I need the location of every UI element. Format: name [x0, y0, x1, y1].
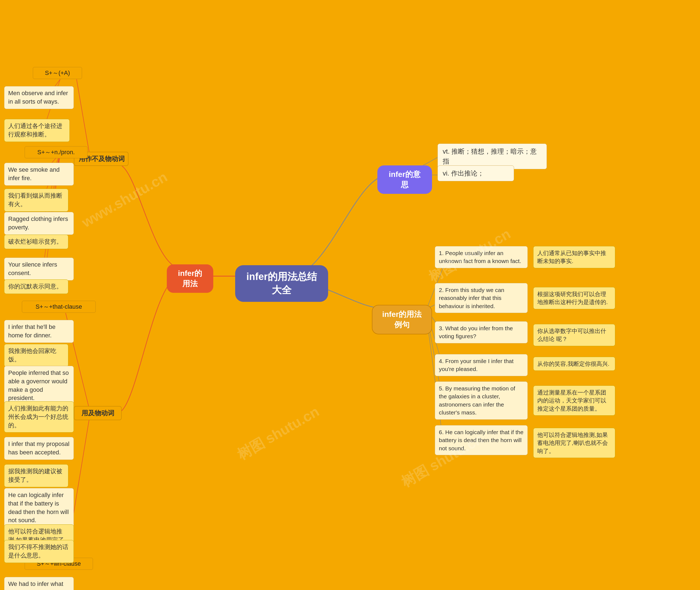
cn-smoke: 我们看到烟从而推断有火。: [4, 189, 68, 212]
pattern-s-n: S+～+n./pron.: [25, 146, 88, 158]
pattern-that: S+～+that-clause: [22, 301, 96, 313]
en-what: We had to infer what she meant.: [4, 577, 74, 590]
ex4-en: 4. From your smile I infer that you're p…: [435, 354, 528, 376]
en-ragged: Ragged clothing infers poverty.: [4, 212, 74, 235]
ex3-cn: 你从选举数字中可以推出什么结论 呢？: [533, 324, 615, 346]
en-proposal: I infer that my proposal has been accept…: [4, 437, 74, 460]
en-battery-t: He can logically infer that if the batte…: [4, 488, 74, 528]
def-vi: vi. 作出推论；: [437, 166, 514, 181]
en-home: I infer that he'll be home for dinner.: [4, 320, 74, 343]
ex6-en: 6. He can logically infer that if the ba…: [435, 425, 528, 455]
watermark-1: www.shutu.cn: [79, 169, 170, 230]
yifa-node: infer的用法: [167, 264, 213, 293]
ex6-cn: 他可以符合逻辑地推测,如果蓄电池用完了,喇叭也就不会响了。: [533, 428, 615, 458]
en-silence: Your silence infers consent.: [4, 258, 74, 281]
en-smoke: We see smoke and infer fire.: [4, 163, 74, 186]
cn-men-observe: 人们通过各个途径进行观察和推断。: [4, 119, 70, 142]
ex5-cn: 通过测量星系在一个星系团内的运动，天文学家们可以推定这个星系团的质量。: [533, 386, 615, 415]
ex1-cn: 人们通常从已知的事实中推断未知的事实.: [533, 246, 615, 268]
section-transitive: 用及物动词: [74, 406, 122, 420]
central-node: infer的用法总结大全: [235, 265, 328, 302]
ex5-en: 5. By measuring the motion of the galaxi…: [435, 381, 528, 420]
pattern-s-a: S+～(+A): [33, 67, 82, 79]
watermark-2: 树图 shutu.cn: [234, 402, 323, 465]
cn-proposal: 据我推测我的建议被接受了。: [4, 464, 68, 487]
ex4-cn: 从你的笑容,我断定你很高兴.: [533, 357, 615, 371]
cn-ragged: 破衣烂衫暗示贫穷。: [4, 234, 68, 249]
ex2-en: 2. From this study we can reasonably inf…: [435, 283, 528, 313]
juli-node: infer的用法例句: [372, 305, 432, 334]
cn-what: 我们不得不推测她的话是什么意思。: [4, 540, 74, 563]
ex3-en: 3. What do you infer from the voting fig…: [435, 321, 528, 343]
ex1-en: 1. People usually infer an unknown fact …: [435, 246, 528, 268]
cn-governor: 人们推测如此有能力的州长会成为一个好总统的。: [4, 401, 74, 432]
en-governor: People inferred that so able a governor …: [4, 366, 74, 405]
ex2-cn: 根据这项研究我们可以合理地推断出这种行为是遗传的.: [533, 287, 615, 309]
cn-home: 我推测他会回家吃饭。: [4, 344, 68, 367]
cn-silence: 你的沉默表示同意。: [4, 279, 68, 294]
yisi-node: infer的意思: [377, 166, 432, 194]
en-men-observe: Men observe and infer in all sorts of wa…: [4, 86, 74, 109]
